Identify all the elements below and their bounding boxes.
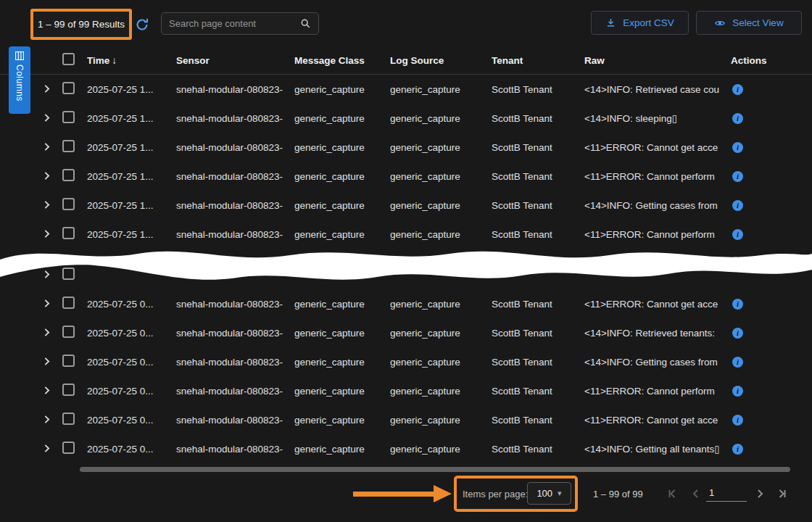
cell-time: 2025-07-25 1... (87, 142, 176, 153)
info-icon[interactable]: i (732, 415, 743, 426)
row-checkbox[interactable] (62, 169, 75, 181)
expand-chevron-icon[interactable] (42, 229, 52, 239)
row-checkbox[interactable] (62, 413, 75, 425)
cell-log-source: generic_capture (390, 444, 492, 455)
cell-time: 2025-07-25 0... (87, 328, 176, 339)
last-page-button[interactable] (774, 486, 789, 501)
row-checkbox[interactable] (62, 297, 75, 309)
cell-sensor: snehal-modular-080823- (176, 229, 294, 240)
horizontal-scrollbar[interactable] (80, 467, 790, 472)
info-icon[interactable]: i (732, 84, 743, 95)
header-log-source[interactable]: Log Source (390, 55, 492, 66)
row-checkbox[interactable] (62, 355, 75, 367)
cell-log-source: generic_capture (390, 415, 492, 426)
cell-message-class: generic_capture (294, 229, 390, 240)
cell-log-source: generic_capture (390, 200, 492, 211)
columns-panel-tab[interactable]: Columns (9, 46, 30, 114)
page-number-input[interactable] (706, 484, 747, 502)
cell-tenant: ScottB Tenant (492, 386, 584, 397)
info-icon[interactable]: i (732, 171, 743, 182)
row-checkbox[interactable] (62, 227, 75, 239)
expand-chevron-icon[interactable] (42, 357, 52, 367)
info-icon[interactable]: i (732, 113, 743, 124)
results-count-label: 1 – 99 of 99 Results (38, 19, 125, 30)
header-tenant[interactable]: Tenant (492, 55, 584, 66)
expand-chevron-icon[interactable] (42, 84, 52, 94)
cell-time: 2025-07-25 0... (87, 415, 176, 426)
sort-descending-icon[interactable]: ↓ (112, 55, 117, 66)
cell-sensor: snehal-modular-080823- (176, 171, 294, 182)
select-view-button[interactable]: Select View (696, 11, 802, 35)
cell-tenant: ScottB Tenant (492, 113, 584, 124)
next-page-button[interactable] (753, 486, 767, 501)
first-page-button[interactable] (666, 486, 680, 501)
eye-icon (714, 17, 726, 29)
cell-tenant: ScottB Tenant (492, 229, 584, 240)
cell-tenant: ScottB Tenant (492, 84, 584, 95)
info-icon[interactable]: i (732, 328, 743, 339)
cell-sensor: snehal-modular-080823- (176, 415, 294, 426)
expand-chevron-icon[interactable] (42, 142, 52, 152)
row-checkbox[interactable] (62, 384, 75, 396)
header-message-class[interactable]: Message Class (294, 55, 390, 66)
search-input[interactable] (169, 18, 296, 29)
cell-log-source: generic_capture (390, 113, 492, 124)
table-row: 2025-07-25 1... snehal-modular-080823- g… (0, 220, 812, 249)
cell-raw: <14>INFO: Retrieved tenants: (584, 328, 731, 339)
expand-chevron-icon[interactable] (42, 415, 52, 425)
row-checkbox[interactable] (62, 442, 75, 454)
header-time[interactable]: Time↓ (87, 55, 176, 66)
export-csv-button[interactable]: Export CSV (591, 11, 689, 35)
row-checkbox[interactable] (62, 268, 75, 280)
info-icon[interactable]: i (732, 229, 743, 240)
items-per-page-value: 100 (536, 488, 552, 499)
info-icon[interactable]: i (732, 444, 743, 455)
items-per-page-select[interactable]: 100 ▾ (527, 482, 571, 505)
annotation-arrow-head (434, 485, 452, 502)
annotation-arrow-line (353, 492, 435, 497)
cell-message-class: generic_capture (294, 113, 390, 124)
expand-chevron-icon[interactable] (42, 328, 52, 338)
cell-raw: <14>INFO: Getting cases from (584, 200, 731, 211)
previous-page-button[interactable] (689, 486, 703, 501)
cell-tenant: ScottB Tenant (492, 299, 584, 310)
cell-time: 2025-07-25 1... (87, 84, 176, 95)
row-checkbox[interactable] (62, 198, 75, 210)
expand-chevron-icon[interactable] (42, 270, 52, 280)
table-row: 2025-07-25 0... snehal-modular-080823- g… (0, 405, 812, 434)
info-icon[interactable]: i (732, 299, 743, 310)
row-checkbox[interactable] (62, 326, 75, 338)
header-sensor[interactable]: Sensor (176, 55, 294, 66)
cell-message-class: generic_capture (294, 328, 390, 339)
header-raw[interactable]: Raw (584, 55, 731, 66)
cell-log-source: generic_capture (390, 142, 492, 153)
info-icon[interactable]: i (732, 357, 743, 368)
header-actions: Actions (731, 55, 770, 66)
cell-tenant: ScottB Tenant (492, 171, 584, 182)
row-checkbox[interactable] (62, 140, 75, 152)
table-row-partial (0, 260, 812, 289)
expand-chevron-icon[interactable] (42, 444, 52, 454)
table-row: 2025-07-25 1... snehal-modular-080823- g… (0, 133, 812, 162)
info-icon[interactable]: i (732, 386, 743, 397)
cell-sensor: snehal-modular-080823- (176, 444, 294, 455)
row-checkbox[interactable] (62, 111, 75, 123)
expand-chevron-icon[interactable] (42, 171, 52, 181)
info-icon[interactable]: i (732, 142, 743, 153)
expand-chevron-icon[interactable] (42, 200, 52, 210)
expand-chevron-icon[interactable] (42, 386, 52, 396)
cell-tenant: ScottB Tenant (492, 415, 584, 426)
expand-chevron-icon[interactable] (42, 299, 52, 309)
info-icon[interactable]: i (732, 200, 743, 211)
select-all-checkbox[interactable] (62, 53, 75, 65)
cell-log-source: generic_capture (390, 357, 492, 368)
table-row: 2025-07-25 1... snehal-modular-080823- g… (0, 75, 812, 104)
cell-tenant: ScottB Tenant (492, 357, 584, 368)
cell-time: 2025-07-25 1... (87, 171, 176, 182)
expand-chevron-icon[interactable] (42, 113, 52, 123)
refresh-icon[interactable] (135, 17, 149, 32)
search-box[interactable] (161, 12, 319, 35)
cell-raw: <14>INFO: Retrieved case cou (584, 84, 731, 95)
row-checkbox[interactable] (62, 82, 75, 94)
cell-log-source: generic_capture (390, 171, 492, 182)
